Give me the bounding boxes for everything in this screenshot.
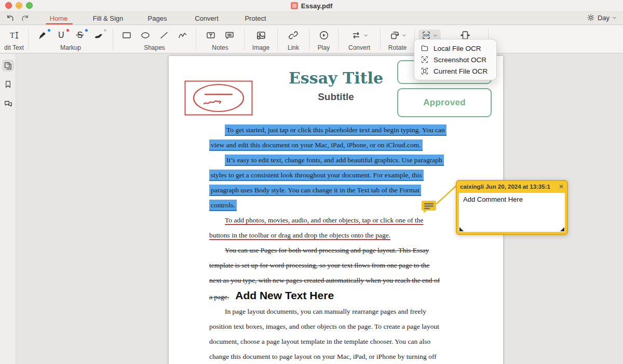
comment-text: Add Comment Here bbox=[463, 195, 523, 203]
document-line: change this document to page layout on y… bbox=[209, 351, 437, 362]
group-label-link: Link bbox=[288, 44, 299, 51]
thumbnails-icon[interactable] bbox=[2, 60, 14, 72]
ocr-dropdown-menu: Local File OCR Screenshot OCR Current Fi… bbox=[414, 39, 497, 80]
tab-convert[interactable]: Convert bbox=[188, 12, 225, 25]
bookmark-icon[interactable] bbox=[2, 78, 14, 90]
left-sidebar bbox=[0, 54, 16, 364]
close-icon[interactable]: ✕ bbox=[559, 183, 564, 190]
tab-fill-sign[interactable]: Fill & Sign bbox=[87, 12, 129, 25]
image-icon[interactable] bbox=[255, 30, 267, 41]
screenshot-icon bbox=[421, 55, 429, 64]
group-label-shapes: Shapes bbox=[144, 44, 165, 51]
comment-popup-header[interactable]: caixingli Jun 20, 2024 at 13:35:1 ✕ bbox=[457, 181, 567, 192]
toolbar-group-shapes: Shapes bbox=[113, 25, 196, 53]
document-line: template is set up for word processing, … bbox=[209, 260, 429, 271]
rotate-icon[interactable] bbox=[389, 30, 400, 41]
tab-pages[interactable]: Pages bbox=[141, 12, 173, 25]
toolbar-group-play: Play bbox=[309, 25, 338, 53]
toolbar-group-convert: Convert bbox=[338, 25, 380, 53]
comment-icon[interactable] bbox=[224, 30, 235, 41]
menu-item-local-file-ocr[interactable]: Local File OCR bbox=[414, 43, 496, 54]
comment-popup[interactable]: caixingli Jun 20, 2024 at 13:35:1 ✕ Add … bbox=[456, 180, 568, 235]
text-box-icon[interactable] bbox=[205, 30, 216, 41]
current-file-icon bbox=[421, 67, 429, 75]
chevron-down-icon[interactable] bbox=[402, 33, 407, 38]
comments-icon[interactable] bbox=[2, 97, 14, 109]
toolbar-group-markup: U S Markup bbox=[29, 25, 113, 53]
toolbar-group-notes: Notes bbox=[196, 25, 244, 53]
group-label-notes: Notes bbox=[212, 44, 228, 51]
svg-text:OCR: OCR bbox=[423, 34, 429, 37]
toolbar-group-rotate: Rotate bbox=[381, 25, 414, 53]
window-titlebar: – Essay.pdf bbox=[0, 0, 623, 11]
play-icon[interactable] bbox=[318, 30, 330, 41]
edit-text-icon[interactable]: T bbox=[8, 30, 20, 41]
comment-author-date: caixingli Jun 20, 2024 at 13:35:1 bbox=[460, 184, 557, 190]
active-tab-underline bbox=[46, 23, 73, 24]
document-line: controls. bbox=[209, 200, 237, 211]
sun-icon bbox=[587, 13, 595, 22]
group-label-image: Image bbox=[252, 44, 269, 51]
view-mode-label: Day bbox=[598, 14, 610, 22]
document-line: document, choose a page layout template … bbox=[209, 336, 430, 347]
convert-icon[interactable] bbox=[350, 30, 362, 41]
menu-item-screenshot-ocr[interactable]: Screenshot OCR bbox=[414, 54, 496, 65]
chevron-down-icon[interactable] bbox=[363, 33, 368, 38]
underline-icon[interactable]: U bbox=[56, 30, 67, 41]
toolbar-group-link: Link bbox=[278, 25, 309, 53]
strikethrough-icon[interactable]: S bbox=[74, 30, 86, 41]
rectangle-icon[interactable] bbox=[121, 30, 132, 41]
group-label-convert: Convert bbox=[348, 44, 370, 51]
document-line: To add photos, movies, audio, and other … bbox=[209, 215, 424, 226]
group-label-edit-text: dit Text bbox=[4, 44, 24, 51]
group-label-rotate: Rotate bbox=[388, 44, 407, 51]
toolbar-group-image: Image bbox=[245, 25, 277, 53]
window-title: Essay.pdf bbox=[301, 2, 332, 10]
document-line: position text boxes, images, and other o… bbox=[209, 321, 439, 332]
group-label-play: Play bbox=[318, 44, 330, 51]
pdf-page[interactable]: Essay Title Subtitle Approved To get sta… bbox=[169, 56, 503, 364]
squiggle-icon[interactable] bbox=[93, 30, 104, 41]
chevron-down-icon bbox=[433, 33, 438, 38]
comment-body[interactable]: Add Comment Here bbox=[459, 193, 565, 232]
inserted-heading[interactable]: Add New Text Here bbox=[235, 289, 334, 301]
menu-item-current-file-ocr[interactable]: Current File OCR bbox=[414, 65, 496, 77]
minimize-window-button[interactable]: – bbox=[16, 2, 22, 9]
document-line: It’s easy to edit text, change fonts, an… bbox=[209, 155, 444, 165]
link-icon[interactable] bbox=[288, 30, 299, 41]
zoom-window-button[interactable] bbox=[26, 2, 33, 9]
ellipse-icon[interactable] bbox=[140, 30, 151, 41]
redo-button[interactable] bbox=[20, 13, 31, 24]
toolbar-group-edit-text: T dit Text bbox=[0, 25, 28, 53]
document-line: next as you type, with new pages created… bbox=[209, 275, 440, 286]
pdf-file-icon bbox=[291, 2, 298, 9]
highlighter-icon[interactable] bbox=[37, 30, 48, 41]
document-line: In page layout documents, you can manual… bbox=[209, 306, 426, 317]
document-line: a page.Add New Text Here bbox=[209, 290, 334, 302]
undo-button[interactable] bbox=[4, 13, 16, 24]
document-line: To get started, just tap or click this p… bbox=[209, 124, 446, 135]
approved-stamp[interactable]: Approved bbox=[397, 88, 492, 117]
tab-protect[interactable]: Protect bbox=[237, 12, 274, 25]
toolbar: T dit Text U S Markup bbox=[0, 25, 623, 53]
document-line: paragraph uses Body style. You can chang… bbox=[209, 185, 421, 195]
document-line: view and edit this document on your Mac,… bbox=[209, 139, 423, 150]
chevron-down-icon bbox=[612, 16, 617, 20]
document-line: styles to get a consistent look througho… bbox=[209, 170, 424, 180]
document-line: buttons in the toolbar or drag and drop … bbox=[209, 230, 390, 241]
svg-text:T: T bbox=[10, 31, 15, 39]
approved-stamp-label: Approved bbox=[423, 97, 466, 108]
group-label-markup: Markup bbox=[60, 44, 81, 51]
document-line: You can use Pages for both word processi… bbox=[209, 245, 429, 256]
close-window-button[interactable] bbox=[5, 2, 12, 9]
comment-connector-line bbox=[434, 183, 459, 206]
red-stamp-annotation[interactable] bbox=[184, 80, 253, 118]
ribbon-tab-bar: Home Fill & Sign Pages Convert Protect D… bbox=[0, 11, 623, 25]
view-mode-selector[interactable]: Day bbox=[587, 13, 617, 22]
line-icon[interactable] bbox=[158, 30, 170, 41]
scribble-icon[interactable] bbox=[177, 30, 188, 41]
svg-text:U: U bbox=[58, 31, 64, 39]
folder-icon bbox=[421, 44, 429, 52]
